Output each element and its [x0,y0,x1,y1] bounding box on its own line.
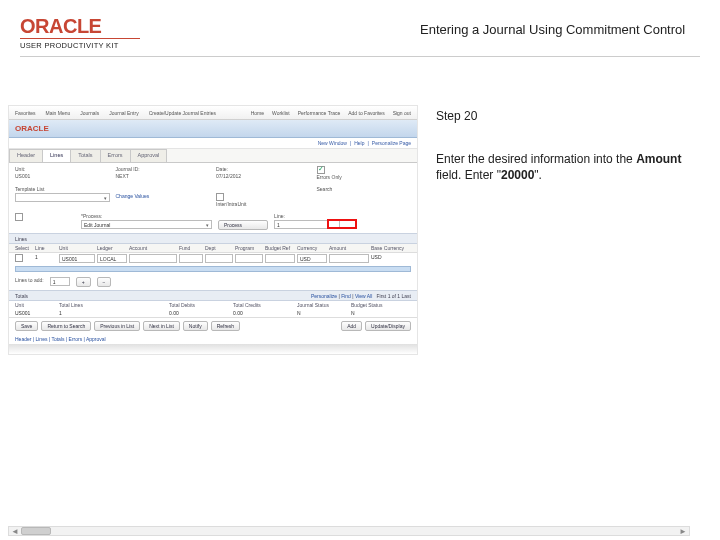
breadcrumb[interactable]: Main Menu [46,110,71,116]
instruction-panel: Step 20 Enter the desired information in… [418,105,712,355]
th-debits: Total Debits [169,302,229,308]
instr-field: Amount [636,152,681,166]
oracle-wordmark: ORACLE [20,16,190,36]
errors-only-label: Errors Only [317,174,412,180]
nav-perf-trace[interactable]: Performance Trace [298,110,341,116]
nav-home[interactable]: Home [251,110,264,116]
help-link[interactable]: Help [354,140,364,146]
process-select[interactable]: Edit Journal [81,220,212,229]
app-breadcrumb-bar: Favorites Main Menu Journals Journal Ent… [9,106,417,120]
panel-shadow [9,344,417,354]
unit-value: US001 [15,173,110,179]
personalize-link[interactable]: Personalize Page [372,140,411,146]
row-fund-input[interactable] [179,254,203,263]
th-credits: Total Credits [233,302,293,308]
refresh-button[interactable]: Refresh [211,321,241,331]
remove-line-button[interactable]: − [97,277,112,287]
errors-only-checkbox[interactable] [317,166,325,174]
col-unit: Unit [59,245,95,251]
row-account-input[interactable] [129,254,177,263]
row-amount-input[interactable] [329,254,369,263]
intraunit-label: Inter/IntraUnit [216,201,311,207]
prev-button[interactable]: Previous in List [94,321,140,331]
tab-errors[interactable]: Errors [100,149,131,162]
col-fund: Fund [179,245,203,251]
process-checkbox[interactable] [15,213,23,221]
lines-grid-row: 1 US001 LOCAL USD USD [9,253,417,264]
col-dept: Dept [205,245,233,251]
instr-value: 20000 [501,168,534,182]
nav-favorites[interactable]: Add to Favorites [348,110,384,116]
scroll-right-icon[interactable]: ► [677,527,689,536]
add-button[interactable]: Add [341,321,362,331]
save-button[interactable]: Save [15,321,38,331]
intraunit-checkbox[interactable] [216,193,224,201]
tab-approval[interactable]: Approval [130,149,168,162]
line-label: Line: [274,213,340,219]
instr-post: ". [534,168,542,182]
totals-viewall[interactable]: View All [355,293,372,299]
row-basecur: USD [371,254,411,263]
header-divider [20,56,700,57]
nav-worklist[interactable]: Worklist [272,110,290,116]
col-basecur: Base Currency [371,245,411,251]
totals-find[interactable]: Find [341,293,351,299]
lines-add-label: Lines to add: [15,277,44,287]
tr-debits: 0.00 [169,310,229,316]
breadcrumb[interactable]: Journal Entry [109,110,138,116]
tab-totals[interactable]: Totals [70,149,100,162]
totals-personalize[interactable]: Personalize [311,293,337,299]
tab-lines[interactable]: Lines [42,149,71,162]
process-button[interactable]: Process [218,220,268,230]
col-amount: Amount [329,245,369,251]
row-program-input[interactable] [235,254,263,263]
horizontal-scrollbar[interactable]: ◄ ► [8,526,690,536]
col-select: Select [15,245,33,251]
unit-label: Unit: [15,166,110,172]
lines-grid-header: Select Line Unit Ledger Account Fund Dep… [9,244,417,253]
row-ledger-input[interactable]: LOCAL [97,254,127,263]
add-line-button[interactable]: + [76,277,91,287]
col-currency: Currency [297,245,327,251]
row-select-checkbox[interactable] [15,254,23,262]
app-util-bar: New Window| Help| Personalize Page [9,138,417,149]
row-currency-input[interactable]: USD [297,254,327,263]
th-jstatus: Journal Status [297,302,347,308]
template-list-select[interactable] [15,193,110,202]
oracle-mini-logo: ORACLE [15,124,49,133]
date-label: Date: [216,166,311,172]
date-value: 07/12/2012 [216,173,311,179]
col-line: Line [35,245,57,251]
col-program: Program [235,245,263,251]
action-button-bar: Save Return to Search Previous in List N… [9,317,417,334]
return-button[interactable]: Return to Search [41,321,91,331]
tab-header[interactable]: Header [9,149,43,162]
instr-mid: field. Enter " [436,168,501,182]
instruction-text: Enter the desired information into the A… [436,151,694,183]
line-input[interactable]: 1 [274,220,340,229]
upk-subtitle: USER PRODUCTIVITY KIT [20,38,140,50]
upk-logo: ORACLE USER PRODUCTIVITY KIT [20,16,190,50]
row-unit-input[interactable]: US001 [59,254,95,263]
scroll-left-icon[interactable]: ◄ [9,527,21,536]
change-values-link[interactable]: Change Values [116,193,211,199]
step-number: Step 20 [436,109,694,123]
totals-title: Totals [15,293,28,299]
next-button[interactable]: Next in List [143,321,180,331]
search-label: Search [317,186,412,192]
row-dept-input[interactable] [205,254,233,263]
col-account: Account [129,245,177,251]
bottom-tab-links[interactable]: Header | Lines | Totals | Errors | Appro… [9,334,417,344]
update-display-button[interactable]: Update/Display [365,321,411,331]
lines-add-input[interactable]: 1 [50,277,70,286]
row-budgetref-input[interactable] [265,254,295,263]
scroll-thumb[interactable] [21,527,51,535]
breadcrumb[interactable]: Create/Update Journal Entries [149,110,216,116]
totals-header: Unit Total Lines Total Debits Total Cred… [9,301,417,309]
breadcrumb[interactable]: Journals [80,110,99,116]
new-window-link[interactable]: New Window [318,140,347,146]
th-bstatus: Budget Status [351,302,411,308]
nav-signout[interactable]: Sign out [393,110,411,116]
notify-button[interactable]: Notify [183,321,208,331]
breadcrumb[interactable]: Favorites [15,110,36,116]
